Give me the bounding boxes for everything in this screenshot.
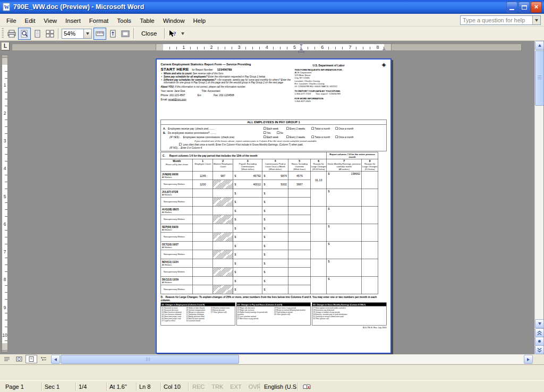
zoom-combobox[interactable]: 54% bbox=[62, 29, 92, 39]
status-language[interactable]: English (U.S bbox=[264, 384, 296, 390]
menu-insert[interactable]: Insert bbox=[61, 16, 85, 25]
payroll-cell: $ bbox=[233, 198, 262, 207]
print-button[interactable] bbox=[5, 28, 18, 40]
menu-format[interactable]: Format bbox=[85, 16, 113, 25]
shrink-to-fit-button[interactable] bbox=[106, 28, 119, 40]
table-header-row: MonthPlease call by date shown1Employee … bbox=[161, 159, 378, 171]
status-divider bbox=[298, 382, 298, 391]
scroll-left-button[interactable] bbox=[51, 355, 60, 364]
dol-logo-icon: ◈ bbox=[382, 62, 386, 67]
touchtone-phone: 1-800-677-7133 bbox=[295, 92, 311, 95]
nonsupervisory-label-cell: Nonsupervisory Workers bbox=[161, 233, 193, 242]
v-ruler-number: 7 bbox=[2, 249, 7, 254]
status-flag-ovr[interactable]: OVR bbox=[249, 384, 261, 390]
status-flag-trk[interactable]: TRK bbox=[211, 384, 223, 390]
one-page-button[interactable] bbox=[31, 28, 44, 40]
vertical-scrollbar[interactable] bbox=[534, 41, 543, 354]
gross-earnings-cell-flex: $ bbox=[328, 277, 361, 294]
close-window-button[interactable]: × bbox=[531, 2, 542, 13]
table-row-all-workers: SEP(09) 09/29All Workers$$$ bbox=[161, 224, 378, 233]
dollar-sign: $ bbox=[264, 244, 266, 248]
menu-help[interactable]: Help bbox=[189, 16, 210, 25]
horizontal-scroll-thumb[interactable] bbox=[61, 355, 239, 364]
previous-page-button[interactable] bbox=[535, 328, 544, 337]
toolbar-grip[interactable] bbox=[1, 28, 4, 39]
gross-earnings-cell-flex: $198662 bbox=[328, 172, 361, 189]
reason-column: 01 Seasonal increase02 Seasonal decrease… bbox=[162, 307, 185, 322]
scroll-up-button[interactable] bbox=[535, 41, 544, 50]
menu-table[interactable]: Table bbox=[135, 16, 159, 25]
v-ruler[interactable]: 12345678910 bbox=[1, 55, 8, 352]
tab-selector[interactable]: L bbox=[1, 42, 10, 50]
restore-button[interactable] bbox=[518, 2, 530, 13]
menu-file[interactable]: File bbox=[2, 16, 21, 25]
context-help-button[interactable]: ? bbox=[166, 28, 179, 40]
all-workers-label: All Workers bbox=[162, 246, 192, 249]
employee-count-cell bbox=[193, 285, 213, 294]
checkbox-icon bbox=[179, 143, 182, 146]
all-workers-label: All Workers bbox=[162, 176, 192, 178]
full-screen-button[interactable] bbox=[119, 28, 132, 40]
print-layout-view-button[interactable] bbox=[26, 355, 37, 363]
section-c-label: C. bbox=[163, 154, 165, 157]
hanging-indent-marker[interactable] bbox=[299, 47, 303, 51]
dollar-sign: $ bbox=[235, 279, 236, 283]
zoom-value[interactable]: 54% bbox=[62, 29, 84, 39]
dollar-sign: $ bbox=[328, 277, 330, 280]
minimize-button[interactable] bbox=[506, 2, 517, 13]
dollar-sign: $ bbox=[264, 253, 266, 256]
right-indent-marker[interactable] bbox=[382, 47, 386, 51]
status-flag-rec[interactable]: REC bbox=[192, 384, 205, 390]
payroll-cell: $45792 bbox=[233, 171, 262, 180]
pay-frequency-option: Twice a month bbox=[311, 127, 330, 130]
document-area: L 12345678 12345678910 bbox=[0, 41, 544, 354]
menu-tools[interactable]: Tools bbox=[113, 16, 135, 25]
commission-yn-options: YesNo bbox=[264, 131, 283, 134]
next-page-button[interactable] bbox=[535, 345, 544, 354]
normal-view-button[interactable] bbox=[1, 355, 13, 363]
all-workers-label: All Workers bbox=[162, 193, 192, 196]
month-cell: JUL(07) 07/28All Workers bbox=[161, 189, 193, 198]
menu-window[interactable]: Window bbox=[159, 16, 189, 25]
table-row-all-workers: JUL(07) 07/28All Workers$$$ bbox=[161, 189, 378, 198]
web-layout-view-button[interactable] bbox=[13, 355, 25, 363]
question-help-box[interactable]: Type a question for help bbox=[460, 15, 541, 25]
magnifier-button[interactable] bbox=[18, 28, 31, 40]
dol-agency-line: U.S. Department of Labor bbox=[295, 63, 387, 67]
commissions-cell: $ bbox=[262, 233, 288, 242]
status-flag-ext[interactable]: EXT bbox=[230, 384, 241, 390]
document-page[interactable]: Current Employment Statistics Report For… bbox=[156, 58, 392, 354]
h-ruler[interactable]: 12345678 bbox=[12, 42, 531, 53]
print-layout-icon bbox=[28, 356, 35, 362]
commissions-cell-flex: $ bbox=[264, 189, 288, 198]
all-workers-label: All Workers bbox=[162, 228, 192, 231]
nonsupervisory-label-cell: Nonsupervisory Workers bbox=[161, 285, 193, 294]
title-bar[interactable]: W 790E_WW.doc (Preview) - Microsoft Word… bbox=[0, 0, 544, 14]
month-cell: OCT(10) 10/27All Workers bbox=[161, 241, 193, 250]
section-c-right: Report columns 7-8 for the entire previo… bbox=[327, 152, 378, 159]
chevron-down-icon[interactable] bbox=[532, 16, 540, 24]
outline-view-button[interactable] bbox=[38, 355, 49, 363]
menu-view[interactable]: View bbox=[39, 16, 61, 25]
reason-cell bbox=[311, 241, 327, 259]
menu-edit[interactable]: Edit bbox=[21, 16, 40, 25]
scroll-down-button[interactable] bbox=[535, 319, 544, 328]
section-d-line: D. Reason for Large Changes: To explain … bbox=[161, 295, 387, 302]
zoom-dropdown-button[interactable] bbox=[84, 29, 92, 39]
close-preview-button[interactable]: Close bbox=[135, 28, 163, 39]
payroll-cell: $ bbox=[233, 215, 262, 224]
employee-count-cell bbox=[193, 276, 213, 285]
dollar-sign: $ bbox=[235, 174, 236, 177]
checkbox-label: Every 2 weeks bbox=[290, 136, 305, 139]
women-count-cell bbox=[213, 215, 233, 224]
view-ruler-button[interactable] bbox=[94, 28, 106, 40]
spelling-status-icon[interactable]: x bbox=[303, 384, 311, 391]
select-browse-object-button[interactable] bbox=[535, 337, 544, 346]
left-indent-marker[interactable] bbox=[298, 51, 304, 53]
scroll-right-button[interactable] bbox=[524, 355, 533, 364]
toolbar-options-arrow[interactable] bbox=[181, 32, 184, 35]
vertical-scroll-thumb[interactable] bbox=[535, 50, 544, 106]
multiple-pages-button[interactable] bbox=[44, 28, 56, 40]
commissions-cell-flex: $ bbox=[264, 198, 288, 206]
first-line-indent-marker[interactable] bbox=[299, 43, 303, 47]
